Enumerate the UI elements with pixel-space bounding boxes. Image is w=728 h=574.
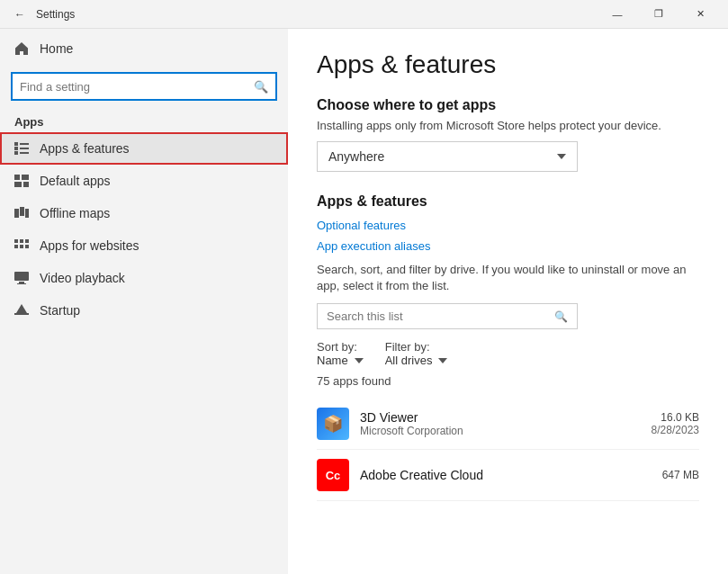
sort-filter-row: Sort by: Name Filter by: All drives (317, 340, 699, 367)
app-name: Adobe Creative Cloud (360, 468, 652, 482)
get-apps-desc: Installing apps only from Microsoft Stor… (317, 119, 699, 132)
app-company: Microsoft Corporation (360, 425, 641, 437)
sidebar-home-label: Home (40, 41, 73, 56)
sidebar-item-label: Apps & features (40, 141, 130, 156)
dropdown-chevron-icon (557, 154, 566, 159)
app-icon-3dviewer: 📦 (317, 408, 349, 440)
sidebar-item-startup[interactable]: Startup (0, 294, 288, 327)
sidebar-item-label: Offline maps (40, 206, 110, 220)
sidebar-search-box[interactable]: 🔍 (11, 72, 277, 101)
back-button[interactable]: ← (7, 2, 32, 27)
title-bar-title: Settings (36, 8, 75, 21)
sort-by-label: Sort by: (317, 340, 357, 354)
offline-maps-icon (14, 206, 29, 220)
svg-rect-8 (14, 182, 22, 187)
table-row[interactable]: Cc Adobe Creative Cloud 647 MB (317, 450, 699, 501)
svg-rect-15 (25, 239, 29, 243)
filter-by-label: Filter by: (385, 340, 430, 354)
app-execution-aliases-link[interactable]: App execution aliases (317, 239, 699, 253)
sort-chevron-icon (355, 358, 364, 363)
get-apps-title: Choose where to get apps (317, 97, 699, 113)
sidebar-item-offline-maps[interactable]: Offline maps (0, 197, 288, 229)
search-list-input[interactable] (327, 309, 554, 323)
startup-icon (14, 303, 29, 318)
app-name: 3D Viewer (360, 410, 641, 425)
sidebar-search-wrap: 🔍 (0, 65, 288, 108)
filter-by-value[interactable]: All drives (385, 354, 448, 367)
svg-rect-16 (14, 245, 18, 248)
list-search-box[interactable]: 🔍 (317, 303, 578, 329)
svg-rect-10 (14, 209, 19, 218)
table-row[interactable]: 📦 3D Viewer Microsoft Corporation 16.0 K… (317, 399, 699, 450)
content-area: Apps & features Choose where to get apps… (288, 29, 728, 574)
svg-rect-5 (20, 152, 29, 154)
svg-rect-14 (20, 239, 23, 243)
apps-features-icon (14, 141, 29, 156)
app-info-adobe: Adobe Creative Cloud (360, 468, 652, 482)
sidebar-item-default-apps[interactable]: Default apps (0, 165, 288, 197)
optional-features-link[interactable]: Optional features (317, 219, 699, 232)
svg-rect-22 (14, 313, 29, 315)
home-icon (14, 41, 29, 56)
apps-features-subtitle: Apps & features (317, 193, 699, 210)
sidebar-item-label: Apps for websites (40, 238, 139, 253)
dropdown-value: Anywhere (328, 149, 384, 164)
sidebar-item-home[interactable]: Home (0, 32, 288, 65)
filter-chevron-icon (438, 358, 447, 363)
sidebar-item-label: Video playback (40, 271, 125, 285)
svg-rect-6 (14, 175, 20, 180)
window-controls: — ❐ ✕ (597, 0, 721, 29)
svg-rect-9 (23, 182, 29, 187)
app-meta-3dviewer: 16.0 KB 8/28/2023 (652, 411, 699, 436)
sidebar-item-label: Startup (40, 303, 80, 318)
sidebar-item-video-playback[interactable]: Video playback (0, 262, 288, 294)
svg-rect-19 (14, 272, 29, 281)
sidebar: Home 🔍 Apps Apps & features (0, 29, 288, 574)
svg-rect-2 (14, 151, 18, 155)
app-size: 16.0 KB (652, 411, 699, 424)
svg-rect-12 (25, 209, 29, 218)
sidebar-item-apps-websites[interactable]: Apps for websites (0, 229, 288, 262)
app-date: 8/28/2023 (652, 424, 699, 436)
list-search-icon: 🔍 (554, 310, 568, 323)
find-setting-input[interactable] (20, 80, 254, 94)
apps-websites-icon (14, 238, 29, 253)
app-size: 647 MB (662, 469, 699, 481)
svg-rect-4 (20, 148, 29, 149)
maximize-button[interactable]: ❐ (638, 0, 679, 29)
sidebar-item-apps-features[interactable]: Apps & features (0, 132, 288, 165)
svg-rect-17 (20, 245, 23, 248)
svg-rect-20 (19, 282, 24, 283)
anywhere-dropdown[interactable]: Anywhere (317, 141, 578, 172)
svg-rect-0 (14, 142, 18, 146)
default-apps-icon (14, 174, 29, 188)
sort-by-value[interactable]: Name (317, 354, 364, 367)
svg-rect-18 (25, 245, 29, 248)
app-icon-adobe: Cc (317, 459, 349, 491)
page-title: Apps & features (317, 50, 699, 79)
filter-by-group: Filter by: All drives (385, 340, 448, 367)
svg-rect-7 (22, 175, 29, 180)
search-icon: 🔍 (254, 80, 268, 94)
title-bar: ← Settings — ❐ ✕ (0, 0, 728, 29)
sidebar-item-label: Default apps (40, 174, 111, 188)
app-info-3dviewer: 3D Viewer Microsoft Corporation (360, 410, 641, 437)
video-playback-icon (14, 271, 29, 285)
svg-rect-1 (14, 147, 18, 150)
app-list: 📦 3D Viewer Microsoft Corporation 16.0 K… (317, 399, 699, 501)
sidebar-section-apps: Apps (0, 108, 288, 132)
app-meta-adobe: 647 MB (662, 469, 699, 481)
minimize-button[interactable]: — (597, 0, 638, 29)
sort-by-group: Sort by: Name (317, 340, 364, 367)
main-layout: Home 🔍 Apps Apps & features (0, 29, 728, 574)
apps-found-count: 75 apps found (317, 374, 699, 388)
svg-rect-13 (14, 239, 18, 243)
search-desc: Search, sort, and filter by drive. If yo… (317, 262, 695, 294)
svg-marker-23 (16, 304, 27, 313)
svg-rect-21 (17, 283, 26, 284)
close-button[interactable]: ✕ (679, 0, 721, 29)
svg-rect-3 (20, 143, 29, 145)
svg-rect-11 (20, 207, 24, 216)
